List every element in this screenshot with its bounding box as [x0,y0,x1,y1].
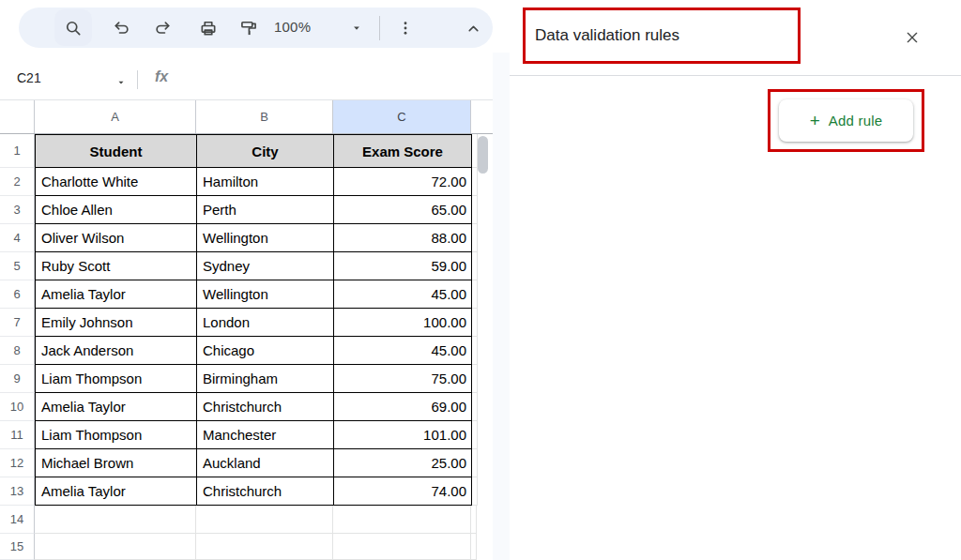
grid-sliver [472,337,478,365]
sheet-row: 8Jack AndersonChicago45.00 [0,337,493,365]
plus-icon: + [810,112,820,129]
cell[interactable]: Michael Brown [35,449,197,477]
sheet-row: 4Oliver WilsonWellington88.00 [0,224,493,252]
cell[interactable]: Amelia Taylor [35,280,197,309]
zoom-level[interactable]: 100% [274,19,311,35]
toolbar-divider [379,16,380,40]
undo-icon[interactable] [112,18,132,38]
print-icon[interactable] [198,18,219,38]
cell[interactable]: City [197,134,334,168]
row-number[interactable]: 9 [0,365,35,393]
cell[interactable]: Ruby Scott [35,252,197,280]
cell[interactable]: Birmingham [197,365,334,393]
grid-sliver [472,421,478,449]
grid-sliver [472,393,478,421]
row-number[interactable]: 6 [0,280,35,309]
vertical-scrollbar-thumb[interactable] [478,136,488,174]
row-number[interactable]: 13 [0,477,35,506]
cell[interactable]: Christchurch [197,393,334,421]
name-box[interactable]: C21 [17,70,41,85]
row-number[interactable]: 12 [0,449,35,477]
spreadsheet-grid: A B C 1StudentCityExam Score2Charlotte W… [0,100,493,560]
collapse-toolbar-icon[interactable] [463,18,483,38]
cell[interactable]: Hamilton [197,168,334,196]
add-rule-button[interactable]: + Add rule [779,99,913,142]
cell[interactable]: Wellington [197,280,334,309]
column-header-b[interactable]: B [196,100,333,133]
cell[interactable]: 69.00 [334,393,472,421]
cell[interactable]: Oliver Wilson [35,224,197,252]
cell[interactable] [35,506,196,534]
cell[interactable]: Emily Johnson [35,309,197,337]
cell[interactable]: 65.00 [334,196,472,224]
cell[interactable]: Jack Anderson [35,337,197,365]
zoom-dropdown-caret-icon[interactable] [346,18,367,38]
redo-icon[interactable] [152,18,173,38]
row-number[interactable]: 3 [0,196,35,224]
row-number[interactable]: 8 [0,337,35,365]
cell[interactable]: Chicago [197,337,334,365]
sheet-row: 2Charlotte WhiteHamilton72.00 [0,168,493,196]
sheet-row: 13Amelia TaylorChristchurch74.00 [0,477,493,506]
paint-format-icon[interactable] [238,18,259,38]
column-header-a[interactable]: A [35,100,196,133]
cell[interactable]: Wellington [197,224,334,252]
row-number[interactable]: 5 [0,252,35,280]
cell[interactable]: 45.00 [334,337,472,365]
sheet-row: 9Liam ThompsonBirmingham75.00 [0,365,493,393]
formula-bar-divider [137,70,138,89]
formula-bar: C21 fx [0,58,493,100]
panel-title: Data validation rules [535,26,679,45]
row-number[interactable]: 10 [0,393,35,421]
cell[interactable] [196,534,333,560]
row-number[interactable]: 7 [0,309,35,337]
cell[interactable]: Liam Thompson [35,365,197,393]
row-number[interactable]: 4 [0,224,35,252]
grid-sliver [472,280,478,309]
sheet-row: 1StudentCityExam Score [0,134,493,168]
cell[interactable]: London [197,309,334,337]
cell[interactable] [35,534,196,560]
cell[interactable]: 75.00 [334,365,472,393]
cell[interactable]: 72.00 [334,168,472,196]
add-rule-label: Add rule [829,113,882,129]
cell[interactable]: Exam Score [334,134,472,168]
cell[interactable]: Christchurch [197,477,334,506]
row-number[interactable]: 1 [0,134,35,168]
row-number[interactable]: 14 [0,506,35,534]
cell[interactable]: 25.00 [334,449,472,477]
cell[interactable] [333,506,471,534]
cell[interactable]: Sydney [197,252,334,280]
column-header-c[interactable]: C [333,100,471,133]
cell[interactable]: Perth [197,196,334,224]
cell[interactable]: 101.00 [334,421,472,449]
cell[interactable]: Manchester [197,421,334,449]
grid-sliver [472,477,478,506]
cell[interactable]: Amelia Taylor [35,393,197,421]
cell[interactable]: Liam Thompson [35,421,197,449]
cell[interactable]: 88.00 [334,224,472,252]
row-number[interactable]: 11 [0,421,35,449]
cell[interactable]: 59.00 [334,252,472,280]
cell[interactable]: 100.00 [334,309,472,337]
cell[interactable]: Amelia Taylor [35,477,197,506]
cell[interactable]: 45.00 [334,280,472,309]
cell[interactable]: 74.00 [334,477,472,506]
row-number[interactable]: 15 [0,534,35,560]
fx-icon[interactable]: fx [155,68,168,85]
cell[interactable] [196,506,333,534]
cell[interactable]: Charlotte White [35,168,197,196]
cell[interactable]: Auckland [197,449,334,477]
name-box-caret-icon[interactable] [111,72,131,93]
row-number[interactable]: 2 [0,168,35,196]
more-options-icon[interactable] [395,18,416,38]
select-all-corner[interactable] [0,100,35,133]
close-icon[interactable] [899,24,925,51]
cell[interactable] [333,534,471,560]
data-validation-panel: Data validation rules + Add rule [510,0,961,560]
grid-sliver [472,168,478,196]
cell[interactable]: Student [35,134,197,168]
cell[interactable]: Chloe Allen [35,196,197,224]
search-icon[interactable] [63,18,84,38]
grid-sliver [472,224,478,252]
